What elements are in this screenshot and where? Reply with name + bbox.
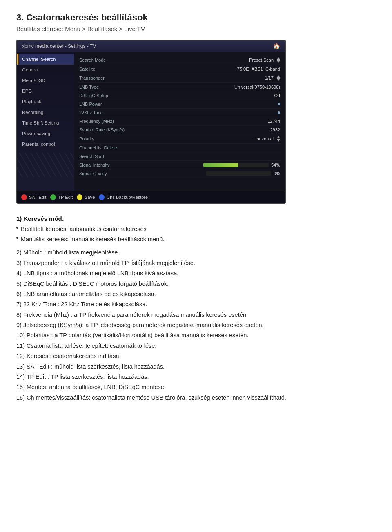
tv-screenshot: xbmc media center - Settings - TV 🏠 Chan…: [16, 40, 286, 204]
sidebar-item-menu-osd[interactable]: Menu/OSD: [17, 75, 74, 86]
polarity-value: Horizontal: [253, 136, 280, 142]
tv-header-title: xbmc media center - Settings - TV: [22, 43, 96, 49]
tv-row-lnb-power: LNB Power: [78, 100, 281, 109]
numbered-item-9: 9) Jelsebesség (KSym/s): a TP jelsebessé…: [16, 320, 376, 330]
chs-backup-label: Chs Backup/Restore: [107, 195, 148, 200]
tv-sidebar: Channel Search General Menu/OSD EPG Play…: [17, 52, 74, 191]
numbered-item-5: 5) DiSEqC beállítás : DiSEqC motoros for…: [16, 279, 376, 289]
tp-edit-circle: [50, 194, 56, 200]
sidebar-item-time-shift[interactable]: Time Shift Setting: [17, 118, 74, 128]
sidebar-item-playback[interactable]: Playback: [17, 96, 74, 107]
numbered-item-3: 3) Transzponder : a kiválasztott műhold …: [16, 258, 376, 268]
sat-edit-label: SAT Edit: [29, 195, 46, 200]
tv-buttons-bar: SAT Edit TP Edit Save Chs Backup/Restore: [17, 191, 285, 203]
numbered-item-8: 8) Frekvencia (Mhz) : a TP frekvencia pa…: [16, 310, 376, 320]
sidebar-item-power-saving[interactable]: Power saving: [17, 128, 74, 139]
numbered-item-16: 16) Ch mentés/visszaállítás: csatornalis…: [16, 393, 376, 403]
signal-quality-label: Signal Quality: [79, 171, 136, 176]
diseqc-setup-label: DiSEqC Setup: [79, 93, 136, 98]
22khz-label: 22Khz Tone: [79, 110, 136, 115]
transponder-value: 1/17: [265, 75, 280, 81]
signal-quality-bar-container: 0%: [206, 171, 280, 176]
satellite-value: 75.0E_ABS1_C-band: [237, 67, 280, 71]
symbol-rate-label: Symbol Rate (KSym/s): [79, 127, 136, 132]
lnb-type-label: LNB Type: [79, 85, 136, 89]
sidebar-item-epg[interactable]: EPG: [17, 86, 74, 96]
transponder-label: Transponder: [79, 76, 136, 80]
symbol-rate-value: 2932: [270, 127, 280, 132]
search-mode-title: 1) Keresés mód:: [16, 215, 376, 222]
search-mode-section: 1) Keresés mód: Beállított keresés: auto…: [16, 215, 376, 244]
bullet-dot-icon: [16, 237, 18, 239]
tv-row-satellite: Satellite 75.0E_ABS1_C-band: [78, 65, 281, 73]
tv-row-search-mode: Search Mode Preset Scan: [78, 56, 281, 65]
diseqc-setup-value: Off: [274, 93, 280, 98]
tv-sidebar-decoration: [17, 153, 74, 177]
btn-tp-edit[interactable]: TP Edit: [50, 194, 73, 200]
page-title: 3. Csatornakeresés beállítások: [16, 12, 376, 23]
sidebar-item-channel-search[interactable]: Channel Search: [17, 54, 74, 65]
arrow-up-icon: [277, 75, 280, 78]
signal-intensity-value: 54%: [203, 162, 280, 167]
tv-row-symbol-rate: Symbol Rate (KSym/s) 2932: [78, 126, 281, 134]
lnb-power-label: LNB Power: [79, 102, 136, 107]
numbered-item-10: 10) Polaritás : a TP polaritás (Vertikál…: [16, 330, 376, 341]
tp-edit-label: TP Edit: [58, 195, 73, 200]
subtitle: Beállítás elérése: Menu > Beállítások > …: [16, 25, 376, 32]
btn-sat-edit[interactable]: SAT Edit: [21, 194, 46, 200]
tv-row-lnb-type: LNB Type Universal(9750-10600): [78, 83, 281, 91]
lnb-power-value: [278, 103, 280, 105]
frequency-value: 12744: [267, 119, 280, 124]
save-label: Save: [85, 195, 95, 200]
arrow-down-icon: [277, 139, 280, 142]
arrow-down-icon: [277, 78, 280, 81]
polarity-label: Polarity: [79, 136, 136, 141]
sidebar-item-recording[interactable]: Recording: [17, 107, 74, 118]
numbered-item-2: 2) Műhold : műhold lista megjelenítése.: [16, 247, 376, 258]
tv-row-channel-delete: Channel list Delete: [78, 144, 281, 152]
numbered-item-4: 4) LNB típus : a műholdnak megfelelő LNB…: [16, 268, 376, 278]
22khz-value: [278, 111, 280, 114]
numbered-item-13: 13) SAT Edit : műhold lista szerkesztés,…: [16, 362, 376, 372]
search-mode-label: Search Mode: [79, 58, 136, 62]
tv-row-signal-quality: Signal Quality 0%: [78, 169, 281, 178]
tv-settings-panel: Search Mode Preset Scan Satellite 75.0E_…: [74, 52, 285, 191]
sidebar-item-parental[interactable]: Parental control: [17, 139, 74, 149]
tv-body: Channel Search General Menu/OSD EPG Play…: [17, 52, 285, 191]
search-mode-value: Preset Scan: [249, 57, 280, 63]
signal-intensity-pct: 54%: [271, 162, 280, 167]
search-mode-arrows: [277, 57, 280, 63]
chs-backup-circle: [99, 194, 105, 200]
transponder-arrows: [277, 75, 280, 81]
sidebar-item-general[interactable]: General: [17, 65, 74, 75]
frequency-label: Frequency (MHz): [79, 119, 136, 124]
tv-row-search-start: Search Start: [78, 152, 281, 161]
signal-intensity-fill: [203, 163, 238, 167]
numbered-item-15: 15) Mentés: antenna beállítások, LNB, Di…: [16, 382, 376, 392]
search-start-label: Search Start: [79, 154, 136, 159]
numbered-list: 2) Műhold : műhold lista megjelenítése. …: [16, 247, 376, 403]
signal-quality-value: 0%: [206, 171, 280, 176]
numbered-item-14: 14) TP Edit : TP lista szerkesztés, list…: [16, 372, 376, 382]
btn-save[interactable]: Save: [77, 194, 95, 200]
signal-intensity-bar: [203, 163, 269, 167]
arrow-up-icon: [277, 57, 280, 60]
signal-quality-bar: [206, 171, 271, 176]
signal-quality-pct: 0%: [274, 171, 280, 176]
tv-row-transponder: Transponder 1/17: [78, 73, 281, 83]
bullet-2: Manuális keresés: manuális keresés beáll…: [16, 235, 376, 244]
numbered-item-12: 12) Keresés : csatornakeresés indítása.: [16, 351, 376, 361]
arrow-up-icon: [277, 136, 280, 138]
arrow-down-icon: [277, 60, 280, 63]
lnb-type-value: Universal(9750-10600): [234, 85, 280, 89]
bullet-1: Beállított keresés: automatikus csatorna…: [16, 225, 376, 234]
bullet-2-text: Manuális keresés: manuális keresés beáll…: [21, 235, 164, 244]
bullet-1-text: Beállított keresés: automatikus csatorna…: [21, 225, 147, 234]
btn-chs-backup[interactable]: Chs Backup/Restore: [99, 194, 148, 200]
satellite-label: Satellite: [79, 67, 136, 71]
signal-intensity-label: Signal Intensity: [79, 162, 136, 167]
save-circle: [77, 194, 82, 200]
tv-row-22khz: 22Khz Tone: [78, 109, 281, 117]
tv-row-frequency: Frequency (MHz) 12744: [78, 117, 281, 126]
tv-header: xbmc media center - Settings - TV 🏠: [17, 40, 285, 52]
